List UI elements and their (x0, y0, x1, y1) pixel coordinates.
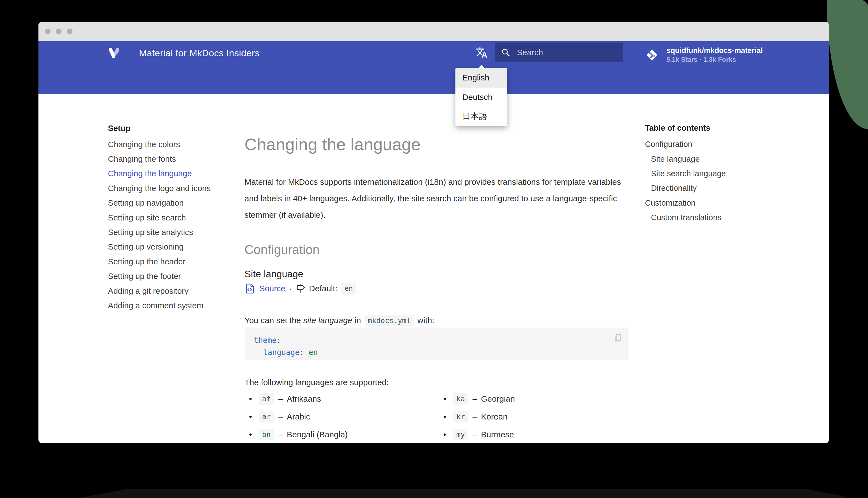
list-item: ka–Georgian (444, 390, 638, 408)
section-heading-configuration: Configuration (245, 242, 320, 257)
window-control-zoom[interactable] (67, 28, 73, 34)
window-control-minimize[interactable] (56, 28, 62, 34)
toc-item-site-language[interactable]: Site language (645, 152, 771, 166)
toc-item-directionality[interactable]: Directionality (645, 181, 771, 195)
site-language-emphasis: site language (303, 316, 352, 325)
sidebar-item-site-search[interactable]: Setting up site search (108, 210, 229, 225)
sidebar-item-versioning[interactable]: Setting up versioning (108, 240, 229, 254)
sidebar-item-header[interactable]: Setting up the header (108, 254, 229, 269)
repo-stats: 5.1k Stars · 1.3k Forks (666, 55, 763, 63)
sidebar-item-navigation[interactable]: Setting up navigation (108, 196, 229, 210)
toc-item-site-search-language[interactable]: Site search language (645, 166, 771, 181)
sidebar-item-footer[interactable]: Setting up the footer (108, 269, 229, 284)
mkdocs-yml-chip: mkdocs.yml (364, 315, 414, 326)
language-option-english[interactable]: English (455, 68, 507, 88)
language-menu: English Deutsch 日本語 (455, 68, 507, 126)
git-repo-icon (646, 49, 658, 61)
default-label: Default: (309, 284, 337, 293)
site-logo[interactable] (108, 47, 120, 58)
bullet-icon (444, 433, 446, 436)
site-title: Material for MkDocs Insiders (139, 48, 260, 58)
list-item: bn–Bengali (Bangla) (249, 425, 444, 443)
list-item: kr–Korean (444, 408, 638, 425)
sidebar-nav: Setup Changing the colors Changing the f… (108, 121, 229, 313)
toc-item-configuration[interactable]: Configuration (645, 137, 771, 152)
bullet-icon (249, 416, 251, 418)
code-block: theme: language: en (245, 328, 629, 360)
intro-paragraph: Material for MkDocs supports internation… (245, 174, 635, 223)
sidebar-title: Setup (108, 121, 229, 135)
laptop-base (78, 489, 854, 498)
section-heading-site-language: Site language (245, 268, 303, 279)
supported-languages-intro: The following languages are supported: (245, 378, 389, 387)
bullet-icon (444, 398, 446, 400)
table-of-contents: Table of contents Configuration Site lan… (645, 121, 771, 225)
language-list-left: af–Afrikaans ar–Arabic bn–Bengali (Bangl… (249, 390, 444, 443)
sidebar-item-comment-system[interactable]: Adding a comment system (108, 298, 229, 313)
tab-setup[interactable]: Setup (210, 92, 232, 109)
page-title: Changing the language (245, 136, 420, 153)
toc-title: Table of contents (645, 121, 771, 135)
toc-item-custom-translations[interactable]: Custom translations (645, 210, 771, 225)
list-item: af–Afrikaans (249, 390, 444, 408)
default-flag-icon (296, 284, 306, 293)
repo-link[interactable]: squidfunk/mkdocs-material 5.1k Stars · 1… (646, 46, 763, 63)
bullet-icon (249, 433, 251, 436)
sidebar-item-changing-logo[interactable]: Changing the logo and icons (108, 181, 229, 195)
language-menu-caret (478, 65, 485, 68)
tab-home[interactable]: Home (108, 92, 129, 109)
bullet-icon (249, 398, 251, 400)
browser-window: Material for MkDocs Insiders (38, 22, 829, 443)
code-file-icon (245, 283, 256, 294)
default-value-chip: en (341, 283, 356, 294)
window-control-close[interactable] (45, 28, 51, 34)
language-list-right: ka–Georgian kr–Korean my–Burmese (444, 390, 638, 443)
source-link[interactable]: Source (259, 284, 285, 293)
language-option-japanese[interactable]: 日本語 (455, 107, 507, 126)
language-list: af–Afrikaans ar–Arabic bn–Bengali (Bangl… (249, 390, 638, 443)
list-item: ar–Arabic (249, 408, 444, 425)
set-language-paragraph: You can set the site language in mkdocs.… (245, 316, 434, 325)
source-default-line: Source · Default: en (245, 283, 356, 294)
article: Changing the language Material for MkDoc… (245, 22, 629, 443)
sidebar-item-changing-fonts[interactable]: Changing the fonts (108, 152, 229, 166)
bullet-icon (444, 416, 446, 418)
sidebar-item-changing-colors[interactable]: Changing the colors (108, 137, 229, 152)
toc-item-customization[interactable]: Customization (645, 196, 771, 210)
language-option-deutsch[interactable]: Deutsch (455, 88, 507, 107)
copy-to-clipboard-icon[interactable] (613, 333, 622, 343)
sidebar-item-site-analytics[interactable]: Setting up site analytics (108, 225, 229, 239)
wallpaper-corner (827, 0, 868, 129)
tab-getting-started[interactable]: Getting started (143, 92, 196, 109)
repo-name: squidfunk/mkdocs-material (666, 46, 763, 55)
sidebar-item-changing-language[interactable]: Changing the language (108, 166, 229, 181)
list-item: my–Burmese (444, 425, 638, 443)
sidebar-item-git-repository[interactable]: Adding a git repository (108, 284, 229, 298)
screen-background: Material for MkDocs Insiders (0, 0, 868, 498)
separator-dot: · (289, 284, 292, 293)
